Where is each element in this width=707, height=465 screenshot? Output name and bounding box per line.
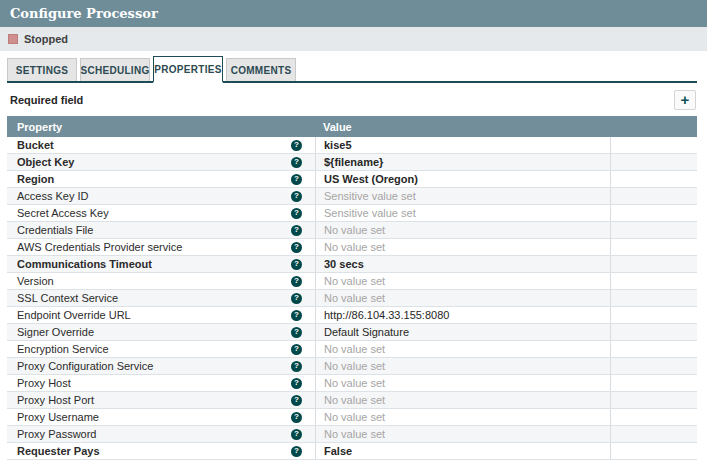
property-value: No value set [324, 360, 385, 372]
property-row: Proxy Host ? No value set [7, 375, 697, 392]
row-actions-cell [610, 307, 697, 323]
property-name-cell: Requester Pays ? [7, 443, 315, 459]
property-value: kise5 [324, 139, 352, 151]
help-icon[interactable]: ? [291, 259, 302, 270]
tab-scheduling[interactable]: SCHEDULING [80, 58, 150, 81]
property-name: Proxy Host Port [17, 394, 94, 406]
row-actions-cell [610, 222, 697, 238]
property-value-cell[interactable]: No value set [315, 426, 610, 442]
property-value-cell[interactable]: 30 secs [315, 256, 610, 272]
property-row: Proxy Configuration Service ? No value s… [7, 358, 697, 375]
row-actions-cell [610, 324, 697, 340]
property-name-cell: Region ? [7, 171, 315, 187]
property-row: AWS Credentials Provider service ? No va… [7, 239, 697, 256]
table-header: Property Value [7, 116, 697, 137]
property-value-cell[interactable]: No value set [315, 290, 610, 306]
help-icon[interactable]: ? [291, 361, 302, 372]
help-icon[interactable]: ? [291, 412, 302, 423]
property-value-cell[interactable]: False [315, 443, 610, 459]
help-icon[interactable]: ? [291, 242, 302, 253]
property-value: 30 secs [324, 258, 364, 270]
row-actions-cell [610, 443, 697, 459]
row-actions-cell [610, 392, 697, 408]
property-value-cell[interactable]: No value set [315, 273, 610, 289]
property-name-cell: Credentials File ? [7, 222, 315, 238]
help-icon[interactable]: ? [291, 446, 302, 457]
property-name-cell: Proxy Username ? [7, 409, 315, 425]
help-icon[interactable]: ? [291, 293, 302, 304]
property-value-cell[interactable]: No value set [315, 392, 610, 408]
property-name: Proxy Configuration Service [17, 360, 153, 372]
property-name-cell: Bucket ? [7, 137, 315, 153]
help-icon[interactable]: ? [291, 344, 302, 355]
plus-icon: + [681, 92, 690, 107]
tab-properties[interactable]: PROPERTIES [153, 56, 223, 83]
row-actions-cell [610, 358, 697, 374]
help-icon[interactable]: ? [291, 208, 302, 219]
help-icon[interactable]: ? [291, 276, 302, 287]
property-value-cell[interactable]: Sensitive value set [315, 205, 610, 221]
property-value-cell[interactable]: No value set [315, 358, 610, 374]
tab-label: SCHEDULING [80, 65, 149, 76]
property-value-cell[interactable]: Sensitive value set [315, 188, 610, 204]
property-value-cell[interactable]: http://86.104.33.155:8080 [315, 307, 610, 323]
property-row: Credentials File ? No value set [7, 222, 697, 239]
property-value-cell[interactable]: No value set [315, 239, 610, 255]
tab-label: PROPERTIES [154, 64, 221, 75]
row-actions-cell [610, 239, 697, 255]
status-bar: Stopped [0, 27, 707, 51]
property-name-cell: Encryption Service ? [7, 341, 315, 357]
property-value-cell[interactable]: ${filename} [315, 154, 610, 170]
help-icon[interactable]: ? [291, 140, 302, 151]
row-actions-cell [610, 426, 697, 442]
property-value-cell[interactable]: No value set [315, 375, 610, 391]
property-value-cell[interactable]: US West (Oregon) [315, 171, 610, 187]
help-icon[interactable]: ? [291, 378, 302, 389]
property-value-cell[interactable]: Default Signature [315, 324, 610, 340]
help-icon[interactable]: ? [291, 225, 302, 236]
table-body: Bucket ? kise5 Object Key ? ${filename} … [7, 137, 697, 460]
property-value: No value set [324, 411, 385, 423]
property-name: Object Key [17, 156, 74, 168]
help-icon[interactable]: ? [291, 174, 302, 185]
help-icon[interactable]: ? [291, 395, 302, 406]
property-value-cell[interactable]: No value set [315, 341, 610, 357]
tab-comments[interactable]: COMMENTS [226, 58, 296, 81]
properties-table: Property Value Bucket ? kise5 Object Key… [7, 116, 697, 460]
property-name: Version [17, 275, 54, 287]
property-value: US West (Oregon) [324, 173, 418, 185]
row-actions-cell [610, 188, 697, 204]
property-value: Sensitive value set [324, 190, 416, 202]
tab-bar: SETTINGS SCHEDULING PROPERTIES COMMENTS [7, 58, 697, 83]
property-name-cell: Proxy Password ? [7, 426, 315, 442]
help-icon[interactable]: ? [291, 429, 302, 440]
property-name-cell: Communications Timeout ? [7, 256, 315, 272]
help-icon[interactable]: ? [291, 310, 302, 321]
row-actions-cell [610, 273, 697, 289]
help-icon[interactable]: ? [291, 157, 302, 168]
property-row: Requester Pays ? False [7, 443, 697, 460]
property-name: Proxy Username [17, 411, 99, 423]
property-value-cell[interactable]: No value set [315, 409, 610, 425]
property-name: Bucket [17, 139, 54, 151]
property-value-cell[interactable]: No value set [315, 222, 610, 238]
help-icon[interactable]: ? [291, 191, 302, 202]
property-name: Credentials File [17, 224, 93, 236]
property-row: Version ? No value set [7, 273, 697, 290]
add-property-button[interactable]: + [674, 90, 696, 110]
property-name: Access Key ID [17, 190, 89, 202]
help-icon[interactable]: ? [291, 327, 302, 338]
property-value-cell[interactable]: kise5 [315, 137, 610, 153]
tab-settings[interactable]: SETTINGS [7, 58, 77, 81]
row-actions-cell [610, 137, 697, 153]
property-value: No value set [324, 275, 385, 287]
property-value: No value set [324, 343, 385, 355]
dialog-title: Configure Processor [10, 6, 158, 21]
row-actions-cell [610, 256, 697, 272]
row-actions-cell [610, 375, 697, 391]
property-name: Region [17, 173, 54, 185]
property-name: Requester Pays [17, 445, 100, 457]
property-value: No value set [324, 377, 385, 389]
property-name: Endpoint Override URL [17, 309, 131, 321]
property-name-cell: Object Key ? [7, 154, 315, 170]
